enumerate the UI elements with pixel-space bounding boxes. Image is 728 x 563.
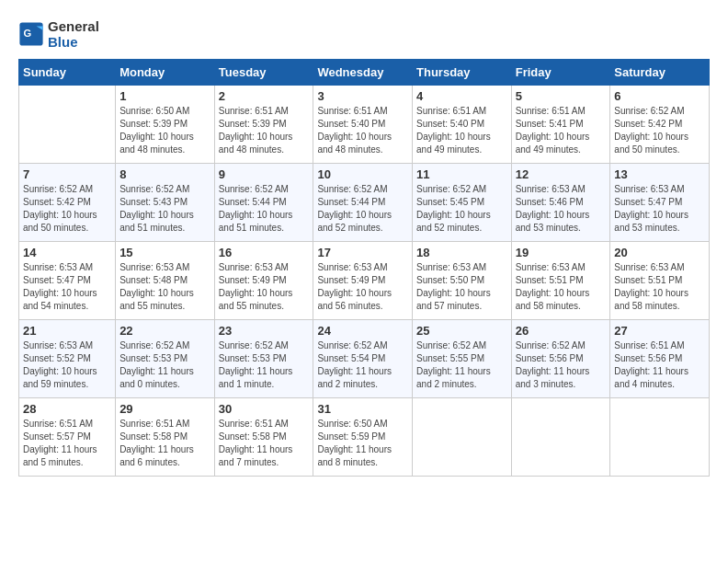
calendar-cell: 9Sunrise: 6:52 AM Sunset: 5:44 PM Daylig…	[214, 164, 313, 242]
day-info: Sunrise: 6:50 AM Sunset: 5:39 PM Dayligh…	[119, 105, 210, 156]
calendar-cell: 22Sunrise: 6:52 AM Sunset: 5:53 PM Dayli…	[116, 320, 215, 398]
day-number: 14	[23, 246, 111, 259]
day-number: 15	[119, 246, 210, 259]
calendar-cell: 24Sunrise: 6:52 AM Sunset: 5:54 PM Dayli…	[313, 320, 413, 398]
day-number: 19	[516, 246, 607, 259]
calendar-cell: 14Sunrise: 6:53 AM Sunset: 5:47 PM Dayli…	[19, 242, 116, 320]
calendar-cell	[19, 86, 116, 164]
day-number: 31	[317, 402, 408, 416]
calendar-week-3: 14Sunrise: 6:53 AM Sunset: 5:47 PM Dayli…	[19, 242, 710, 320]
day-number: 18	[416, 246, 507, 259]
day-number: 4	[416, 89, 507, 103]
calendar-week-4: 21Sunrise: 6:53 AM Sunset: 5:52 PM Dayli…	[19, 320, 710, 398]
calendar-cell: 4Sunrise: 6:51 AM Sunset: 5:40 PM Daylig…	[413, 86, 512, 164]
calendar-cell: 11Sunrise: 6:52 AM Sunset: 5:45 PM Dayli…	[413, 164, 512, 242]
day-info: Sunrise: 6:51 AM Sunset: 5:57 PM Dayligh…	[23, 418, 111, 469]
day-info: Sunrise: 6:52 AM Sunset: 5:42 PM Dayligh…	[614, 105, 705, 156]
calendar-cell: 1Sunrise: 6:50 AM Sunset: 5:39 PM Daylig…	[116, 86, 215, 164]
logo-text: General Blue	[48, 18, 99, 50]
day-number: 26	[516, 324, 607, 338]
day-number: 24	[317, 324, 408, 338]
day-info: Sunrise: 6:52 AM Sunset: 5:44 PM Dayligh…	[317, 183, 408, 235]
day-info: Sunrise: 6:51 AM Sunset: 5:40 PM Dayligh…	[416, 105, 507, 156]
calendar-cell: 26Sunrise: 6:52 AM Sunset: 5:56 PM Dayli…	[511, 320, 610, 398]
calendar-cell: 10Sunrise: 6:52 AM Sunset: 5:44 PM Dayli…	[313, 164, 413, 242]
day-info: Sunrise: 6:53 AM Sunset: 5:51 PM Dayligh…	[516, 261, 607, 313]
day-info: Sunrise: 6:51 AM Sunset: 5:40 PM Dayligh…	[317, 105, 408, 156]
calendar-cell: 21Sunrise: 6:53 AM Sunset: 5:52 PM Dayli…	[19, 320, 116, 398]
calendar-cell: 7Sunrise: 6:52 AM Sunset: 5:42 PM Daylig…	[19, 164, 116, 242]
calendar-cell: 29Sunrise: 6:51 AM Sunset: 5:58 PM Dayli…	[116, 398, 215, 477]
day-number: 1	[119, 89, 210, 103]
day-number: 17	[317, 246, 408, 259]
calendar-cell: 6Sunrise: 6:52 AM Sunset: 5:42 PM Daylig…	[610, 86, 710, 164]
day-number: 12	[516, 167, 607, 181]
day-number: 10	[317, 167, 408, 181]
day-info: Sunrise: 6:53 AM Sunset: 5:49 PM Dayligh…	[317, 261, 408, 313]
day-number: 20	[614, 246, 705, 259]
weekday-header-sunday: Sunday	[19, 60, 116, 86]
calendar-body: 1Sunrise: 6:50 AM Sunset: 5:39 PM Daylig…	[19, 86, 710, 477]
day-info: Sunrise: 6:51 AM Sunset: 5:56 PM Dayligh…	[614, 339, 705, 391]
day-info: Sunrise: 6:53 AM Sunset: 5:51 PM Dayligh…	[614, 261, 705, 313]
day-info: Sunrise: 6:51 AM Sunset: 5:58 PM Dayligh…	[219, 418, 310, 469]
day-info: Sunrise: 6:52 AM Sunset: 5:45 PM Dayligh…	[416, 183, 507, 235]
page-header: G General Blue	[18, 18, 710, 50]
day-info: Sunrise: 6:52 AM Sunset: 5:56 PM Dayligh…	[516, 339, 607, 391]
calendar-cell: 15Sunrise: 6:53 AM Sunset: 5:48 PM Dayli…	[116, 242, 215, 320]
day-number: 8	[119, 167, 210, 181]
day-number: 16	[219, 246, 310, 259]
day-number: 29	[119, 402, 210, 416]
calendar-cell: 28Sunrise: 6:51 AM Sunset: 5:57 PM Dayli…	[19, 398, 116, 477]
day-number: 22	[119, 324, 210, 338]
calendar-cell: 31Sunrise: 6:50 AM Sunset: 5:59 PM Dayli…	[313, 398, 413, 477]
calendar-week-1: 1Sunrise: 6:50 AM Sunset: 5:39 PM Daylig…	[19, 86, 710, 164]
calendar-cell: 27Sunrise: 6:51 AM Sunset: 5:56 PM Dayli…	[610, 320, 710, 398]
day-info: Sunrise: 6:53 AM Sunset: 5:50 PM Dayligh…	[416, 261, 507, 313]
calendar-cell: 23Sunrise: 6:52 AM Sunset: 5:53 PM Dayli…	[214, 320, 313, 398]
day-info: Sunrise: 6:52 AM Sunset: 5:54 PM Dayligh…	[317, 339, 408, 391]
calendar-cell: 17Sunrise: 6:53 AM Sunset: 5:49 PM Dayli…	[313, 242, 413, 320]
day-info: Sunrise: 6:52 AM Sunset: 5:53 PM Dayligh…	[219, 339, 310, 391]
logo-icon: G	[18, 21, 44, 47]
calendar-cell	[511, 398, 610, 477]
day-number: 6	[614, 89, 705, 103]
day-number: 21	[23, 324, 111, 338]
day-number: 2	[219, 89, 310, 103]
day-info: Sunrise: 6:51 AM Sunset: 5:41 PM Dayligh…	[516, 105, 607, 156]
day-number: 25	[416, 324, 507, 338]
calendar-cell: 13Sunrise: 6:53 AM Sunset: 5:47 PM Dayli…	[610, 164, 710, 242]
calendar-cell: 25Sunrise: 6:52 AM Sunset: 5:55 PM Dayli…	[413, 320, 512, 398]
calendar-cell: 20Sunrise: 6:53 AM Sunset: 5:51 PM Dayli…	[610, 242, 710, 320]
day-number: 23	[219, 324, 310, 338]
day-info: Sunrise: 6:53 AM Sunset: 5:46 PM Dayligh…	[516, 183, 607, 235]
calendar-table: SundayMondayTuesdayWednesdayThursdayFrid…	[18, 59, 710, 477]
calendar-cell: 5Sunrise: 6:51 AM Sunset: 5:41 PM Daylig…	[511, 86, 610, 164]
calendar-cell: 19Sunrise: 6:53 AM Sunset: 5:51 PM Dayli…	[511, 242, 610, 320]
day-number: 28	[23, 402, 111, 416]
day-info: Sunrise: 6:50 AM Sunset: 5:59 PM Dayligh…	[317, 418, 408, 469]
weekday-header-saturday: Saturday	[610, 60, 710, 86]
day-info: Sunrise: 6:52 AM Sunset: 5:44 PM Dayligh…	[219, 183, 310, 235]
calendar-cell: 16Sunrise: 6:53 AM Sunset: 5:49 PM Dayli…	[214, 242, 313, 320]
day-number: 11	[416, 167, 507, 181]
weekday-header-thursday: Thursday	[413, 60, 512, 86]
weekday-header-monday: Monday	[116, 60, 215, 86]
day-info: Sunrise: 6:53 AM Sunset: 5:48 PM Dayligh…	[119, 261, 210, 313]
day-info: Sunrise: 6:51 AM Sunset: 5:58 PM Dayligh…	[119, 418, 210, 469]
day-info: Sunrise: 6:52 AM Sunset: 5:43 PM Dayligh…	[119, 183, 210, 235]
day-number: 27	[614, 324, 705, 338]
day-info: Sunrise: 6:51 AM Sunset: 5:39 PM Dayligh…	[219, 105, 310, 156]
day-number: 5	[516, 89, 607, 103]
day-number: 9	[219, 167, 310, 181]
calendar-header-row: SundayMondayTuesdayWednesdayThursdayFrid…	[19, 60, 710, 86]
day-info: Sunrise: 6:53 AM Sunset: 5:52 PM Dayligh…	[23, 339, 111, 391]
day-number: 13	[614, 167, 705, 181]
day-info: Sunrise: 6:53 AM Sunset: 5:49 PM Dayligh…	[219, 261, 310, 313]
day-info: Sunrise: 6:53 AM Sunset: 5:47 PM Dayligh…	[614, 183, 705, 235]
day-info: Sunrise: 6:52 AM Sunset: 5:55 PM Dayligh…	[416, 339, 507, 391]
calendar-cell: 18Sunrise: 6:53 AM Sunset: 5:50 PM Dayli…	[413, 242, 512, 320]
day-info: Sunrise: 6:53 AM Sunset: 5:47 PM Dayligh…	[23, 261, 111, 313]
calendar-week-2: 7Sunrise: 6:52 AM Sunset: 5:42 PM Daylig…	[19, 164, 710, 242]
calendar-cell: 2Sunrise: 6:51 AM Sunset: 5:39 PM Daylig…	[214, 86, 313, 164]
